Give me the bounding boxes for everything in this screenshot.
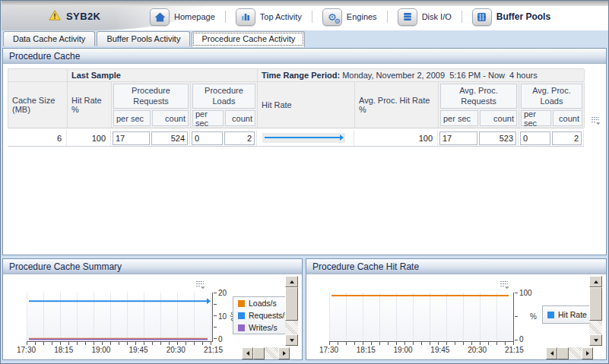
- nav-label: Top Activity: [260, 12, 302, 21]
- summary-chart-area: 17:3018:1519:0019:4520:3021:15 20100 c/s…: [3, 274, 302, 359]
- subcol-count: count: [553, 110, 583, 126]
- scroll-down-icon[interactable]: [285, 334, 298, 346]
- scroll-right-icon[interactable]: [278, 347, 290, 359]
- panel-title: Procedure Cache Hit Rate: [312, 261, 419, 272]
- scroll-up-icon[interactable]: [285, 276, 298, 287]
- group-cell-empty: [8, 69, 68, 81]
- cell-cache-size: 6: [8, 130, 67, 146]
- bar-chart-icon: [236, 8, 255, 26]
- horizontal-scrollbar[interactable]: [546, 347, 593, 359]
- tab-bar: Data Cache Activity Buffer Pools Activit…: [3, 31, 305, 47]
- panel-header: Procedure Cache Hit Rate: [306, 259, 606, 274]
- legend-item: Hit Rate: [543, 309, 590, 321]
- y-axis-ticks: [515, 293, 518, 343]
- home-icon: [150, 8, 170, 26]
- nav-label: Disk I/O: [422, 12, 452, 21]
- nav-divider: [312, 11, 312, 23]
- x-axis-ticks: [329, 342, 516, 345]
- scroll-down-icon[interactable]: [589, 334, 602, 346]
- nav-buffer-pools[interactable]: Buffer Pools: [465, 8, 557, 26]
- gears-icon: ⚙ ⚙: [322, 8, 342, 26]
- col-header-hit-rate-chart: Hit Rate: [258, 82, 355, 128]
- nav-top-activity[interactable]: Top Activity: [229, 8, 309, 26]
- vertical-scrollbar[interactable]: [285, 276, 298, 346]
- table-row[interactable]: 6 100 17 524 0 2 100 17: [8, 130, 584, 147]
- chart-options-icon[interactable]: [500, 280, 509, 291]
- scroll-left-icon[interactable]: [242, 347, 253, 359]
- nav-label: Homepage: [174, 12, 215, 21]
- col-header-proc-requests: Procedure Requests per sec count: [112, 82, 191, 128]
- hitrate-plot: [329, 293, 514, 342]
- subcol-per-sec: per sec: [113, 110, 151, 126]
- group-cell-time-range: Time Range Period: Monday, November 2, 2…: [258, 69, 585, 81]
- procedure-cache-panel: Procedure Cache Last Sample Time Range P…: [2, 48, 607, 255]
- nav-label: Buffer Pools: [496, 11, 550, 22]
- column-chooser-icon[interactable]: [591, 116, 601, 127]
- cell-hit-rate-sparkline: [257, 130, 354, 146]
- legend-swatch: [547, 312, 554, 318]
- panel-title: Procedure Cache: [9, 51, 80, 62]
- subcol-count: count: [480, 110, 518, 126]
- horizontal-scrollbar[interactable]: [242, 347, 290, 359]
- legend-item: Loads/s: [233, 298, 287, 309]
- summary-legend: Loads/s Requests/s Writes/s: [233, 296, 287, 334]
- nav-homepage[interactable]: Homepage: [143, 8, 222, 26]
- subcol-per-sec: per sec: [440, 110, 478, 126]
- vertical-scrollbar[interactable]: [589, 276, 602, 346]
- subcol-per-sec: per sec: [192, 110, 224, 126]
- cell-avg-requests: 17 523: [438, 130, 519, 146]
- col-header-avg-loads: Avg. Proc. Loads per sec count: [519, 82, 585, 128]
- tab-procedure-cache-activity[interactable]: Procedure Cache Activity: [192, 31, 305, 47]
- page-title: SYB2K: [66, 11, 100, 22]
- legend-item: Requests/s: [233, 310, 287, 321]
- scrollbar-thumb[interactable]: [589, 287, 602, 321]
- subcol-count: count: [225, 110, 256, 126]
- nav-divider: [225, 11, 226, 23]
- table-group-header-row: Last Sample Time Range Period: Monday, N…: [8, 68, 584, 81]
- table-header-row: Cache Size (MB) Hit Rate % Procedure Req…: [8, 81, 584, 128]
- procedure-cache-hit-rate-panel: Procedure Cache Hit Rate 17:3018:1519:00…: [306, 258, 607, 360]
- procedure-cache-summary-panel: Procedure Cache Summary 17:3018:1519:001…: [2, 258, 303, 360]
- nav-divider: [462, 11, 462, 23]
- panel-header: Procedure Cache: [3, 49, 606, 64]
- y-axis-unit: %: [530, 312, 537, 321]
- col-header-avg-requests: Avg. Proc. Requests per sec count: [439, 82, 519, 128]
- hitrate-legend: Hit Rate: [542, 305, 591, 324]
- cell-avg-hit-rate: 100: [354, 130, 438, 146]
- scrollbar-thumb[interactable]: [253, 347, 265, 359]
- top-chrome: SYB2K Homepage Top Activity ⚙ ⚙: [2, 1, 609, 30]
- disk-icon: [398, 8, 417, 26]
- subcol-count: count: [152, 110, 189, 126]
- tab-buffer-pools-activity[interactable]: Buffer Pools Activity: [97, 31, 190, 46]
- group-cell-last-sample: Last Sample: [68, 69, 258, 81]
- header-top-strip: [2, 1, 609, 6]
- app-window: SYB2K Homepage Top Activity ⚙ ⚙: [0, 0, 609, 364]
- x-axis-ticks: [27, 342, 215, 345]
- hit-rate-sparkline: [262, 133, 345, 143]
- col-header-hit-rate: Hit Rate %: [68, 82, 112, 128]
- top-nav: Homepage Top Activity ⚙ ⚙ Engines: [143, 6, 557, 27]
- scrollbar-thumb[interactable]: [557, 347, 569, 359]
- x-axis-labels: 17:3018:1519:0019:4520:3021:15: [319, 346, 524, 354]
- sparkline-arrow-icon: [340, 135, 344, 141]
- scroll-up-icon[interactable]: [589, 276, 602, 287]
- col-header-proc-loads: Procedure Loads per sec count: [191, 82, 258, 128]
- nav-label: Engines: [347, 12, 377, 21]
- cell-hit-rate: 100: [67, 130, 111, 146]
- warning-icon: [49, 10, 61, 22]
- scrollbar-thumb[interactable]: [285, 287, 298, 321]
- cell-proc-loads: 0 2: [190, 130, 257, 146]
- nav-disk-io[interactable]: Disk I/O: [391, 8, 458, 26]
- panel-title: Procedure Cache Summary: [9, 261, 122, 272]
- col-header-avg-hit-rate: Avg. Proc. Hit Rate %: [355, 82, 439, 128]
- chart-options-icon[interactable]: [195, 280, 205, 291]
- nav-engines[interactable]: ⚙ ⚙ Engines: [316, 8, 384, 26]
- nav-divider: [387, 11, 388, 23]
- legend-swatch: [238, 312, 245, 319]
- y-axis-ticks: [214, 293, 217, 343]
- tab-data-cache-activity[interactable]: Data Cache Activity: [3, 31, 95, 46]
- scroll-right-icon[interactable]: [582, 347, 593, 359]
- legend-swatch: [238, 300, 245, 307]
- legend-swatch: [238, 324, 245, 331]
- scroll-left-icon[interactable]: [546, 347, 557, 359]
